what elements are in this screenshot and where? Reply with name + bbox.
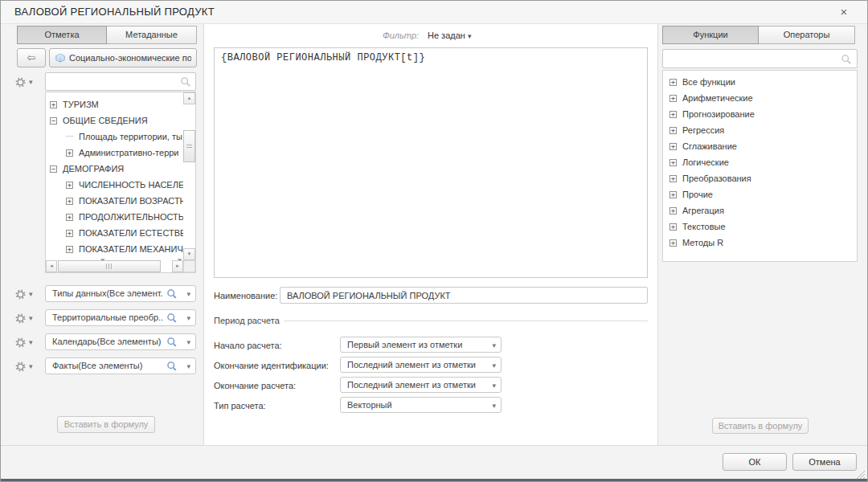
tree-item-demografiya[interactable]: −ДЕМОГРАФИЯ (50, 161, 183, 177)
territorial-combo[interactable]: Территориальные преобр... ▾ (45, 309, 196, 326)
tree-item-smoothing[interactable]: +Сглаживание (669, 138, 857, 154)
left-search-input[interactable] (45, 72, 196, 91)
dialog-title: ВАЛОВОЙ РЕГИОНАЛЬНЫЙ ПРОДУКТ (14, 6, 215, 18)
tree-settings-button[interactable]: ▾ (15, 76, 41, 88)
scroll-left-icon: ◄ (49, 263, 54, 268)
tree-item-pokazateli-mekhanich[interactable]: +ПОКАЗАТЕЛИ МЕХАНИЧ (66, 241, 183, 257)
combo-value: Факты(Все элементы) (52, 361, 163, 370)
ok-button[interactable]: ОК (723, 453, 787, 471)
tree-item-label: Прочие (682, 190, 713, 199)
expand-icon[interactable]: + (669, 191, 677, 198)
tree-item-arithmetic[interactable]: +Арифметические (669, 90, 857, 106)
datatypes-settings-button[interactable]: ▾ (15, 288, 41, 300)
expand-icon[interactable]: + (669, 207, 677, 214)
combo-value: Календарь(Все элементы) (52, 337, 163, 346)
scroll-down-button[interactable]: ▼ (183, 248, 195, 260)
territorial-settings-button[interactable]: ▾ (15, 312, 41, 325)
tree-item-label: Преобразования (682, 174, 751, 183)
expand-icon[interactable]: + (66, 230, 73, 237)
close-icon[interactable]: × (835, 4, 853, 20)
search-icon (166, 312, 178, 325)
tree-item-administrativno[interactable]: +Административно-терри (66, 145, 183, 161)
tree-item-pokazateli-vozrastn[interactable]: +ПОКАЗАТЕЛИ ВОЗРАСТН (66, 193, 183, 209)
calendars-settings-button[interactable]: ▾ (15, 336, 41, 349)
expand-icon[interactable]: + (50, 101, 57, 108)
expand-icon[interactable]: + (66, 149, 73, 157)
insert-into-formula-left-button[interactable]: Вставить в формулу (57, 416, 155, 433)
expand-icon[interactable]: + (669, 159, 677, 166)
collapse-icon[interactable]: − (50, 117, 57, 125)
tree-item-transformations[interactable]: +Преобразования (669, 170, 857, 186)
name-input[interactable]: ВАЛОВОЙ РЕГИОНАЛЬНЫЙ ПРОДУКТ (280, 287, 648, 304)
search-icon (841, 54, 852, 68)
period-start-combo[interactable]: Первый элемент из отметки▾ (340, 337, 502, 353)
chevron-down-icon: ▾ (29, 78, 33, 86)
tab-otmetka[interactable]: Отметка (17, 26, 107, 44)
gear-icon (15, 337, 26, 348)
facts-combo[interactable]: Факты(Все элементы) ▾ (45, 357, 196, 374)
horizontal-scrollbar-thumb[interactable] (58, 260, 161, 272)
tree-item-logical[interactable]: +Логические (669, 154, 857, 170)
tree-item-r-methods[interactable]: +Методы R (669, 235, 857, 251)
vertical-scrollbar-thumb[interactable] (183, 130, 195, 162)
window-bottom-edge (1, 479, 867, 481)
tree-item-aggregation[interactable]: +Агрегация (669, 202, 857, 219)
scroll-left-button[interactable]: ◄ (46, 260, 57, 272)
scroll-right-button[interactable]: ► (172, 260, 183, 272)
tree-item-label: ПОКАЗАТЕЛИ ЕСТЕСТВЕН (79, 228, 183, 238)
tree-item-chislennost[interactable]: +ЧИСЛЕННОСТЬ НАСЕЛЕН (66, 177, 183, 193)
chevron-down-icon: ▾ (492, 381, 496, 390)
expand-icon[interactable]: + (669, 143, 677, 150)
calendars-combo[interactable]: Календарь(Все элементы) ▾ (45, 333, 196, 350)
thumb-grip (186, 145, 192, 149)
collapse-icon[interactable]: − (50, 165, 57, 173)
tree-item-obshchie-svedeniya[interactable]: −ОБЩИЕ СВЕДЕНИЯ (50, 112, 183, 129)
expand-icon[interactable]: + (66, 182, 73, 189)
tree-item-other[interactable]: +Прочие (669, 186, 857, 202)
filter-value: Не задан (428, 31, 465, 40)
tree-item-forecasting[interactable]: +Прогнозирование (669, 106, 857, 122)
cancel-button[interactable]: Отмена (792, 453, 857, 471)
expand-icon[interactable]: + (66, 214, 73, 221)
expand-icon[interactable]: + (669, 95, 677, 102)
expand-icon[interactable]: + (66, 246, 73, 253)
tab-operators[interactable]: Операторы (758, 26, 855, 44)
chevron-down-icon: ▾ (468, 32, 472, 40)
breadcrumb-button[interactable]: Социально-экономические по... (49, 48, 197, 67)
period-end-combo[interactable]: Последний элемент из отметки▾ (340, 377, 502, 393)
tree-item-pokazateli-estestven[interactable]: +ПОКАЗАТЕЛИ ЕСТЕСТВЕН (66, 225, 183, 241)
tree-item-all-functions[interactable]: +Все функции (669, 74, 857, 90)
period-ident-end-combo[interactable]: Последний элемент из отметки▾ (340, 357, 502, 373)
expand-icon[interactable]: + (669, 239, 677, 247)
tree-item-regression[interactable]: +Регрессия (669, 122, 857, 138)
tree-item-label: Все функции (682, 77, 735, 87)
filter-value-dropdown[interactable]: Не задан ▾ (428, 31, 471, 40)
tree-item-label: Регрессия (682, 125, 724, 135)
expand-icon[interactable]: + (669, 111, 677, 118)
tab-metadannye[interactable]: Метаданные (106, 26, 197, 44)
datatypes-combo[interactable]: Типы данных(Все элемент... ▾ (45, 285, 196, 302)
tree-item-turizm[interactable]: +ТУРИЗМ (50, 96, 183, 112)
tree-item-ploshchad[interactable]: Площадь территории, ты (66, 129, 183, 145)
left-panel-divider (203, 24, 204, 445)
search-icon (166, 337, 178, 349)
scroll-up-button[interactable]: ▲ (183, 92, 195, 104)
expand-icon[interactable]: + (669, 175, 677, 182)
expand-icon[interactable]: + (669, 223, 677, 231)
expand-icon[interactable]: + (669, 127, 677, 134)
functions-search-input[interactable] (662, 49, 858, 68)
footer-divider (1, 445, 868, 446)
tree-item-text[interactable]: +Текстовые (669, 219, 857, 235)
tab-functions[interactable]: Функции (662, 26, 759, 44)
expand-icon[interactable]: + (669, 79, 677, 86)
facts-settings-button[interactable]: ▾ (15, 360, 41, 373)
formula-editor[interactable]: {ВАЛОВОЙ РЕГИОНАЛЬНЫЙ ПРОДУКТ[t]} (214, 47, 648, 278)
back-button[interactable]: ⇦ (17, 48, 46, 67)
chevron-down-icon: ▾ (186, 289, 190, 299)
combo-value: Территориальные преобр... (52, 312, 163, 322)
tree-item-prodolzhitelnost[interactable]: +ПРОДОЛЖИТЕЛЬНОСТЬ (66, 209, 183, 225)
calc-type-combo[interactable]: Векторный▾ (340, 397, 502, 413)
expand-icon[interactable]: + (66, 198, 73, 205)
insert-into-formula-right-button[interactable]: Вставить в формулу (712, 418, 809, 434)
tree-item-label: Агрегация (682, 206, 724, 215)
